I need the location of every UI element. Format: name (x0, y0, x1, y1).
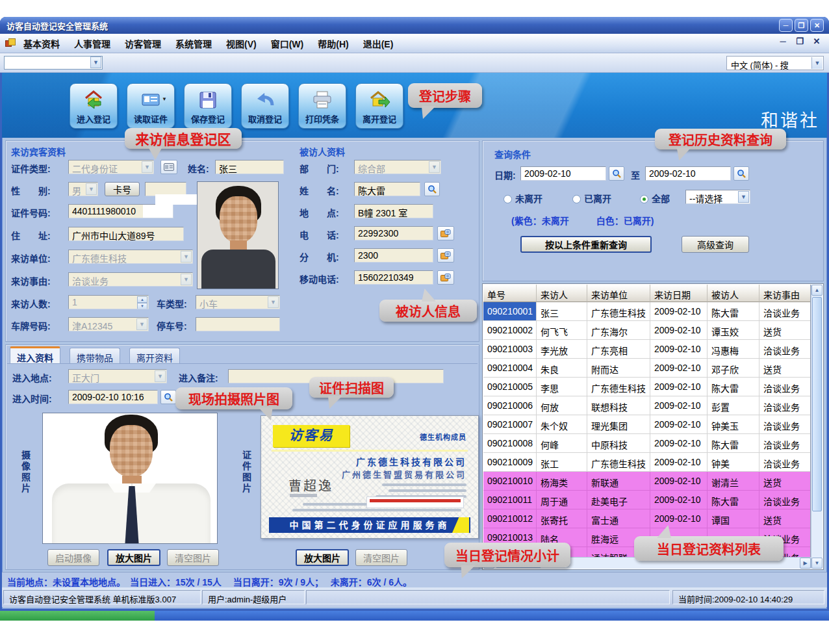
gender-combo[interactable]: 男▼ (68, 182, 98, 196)
visitee-search-button[interactable] (424, 182, 440, 196)
cert-no-field[interactable]: 4401111980010 (68, 204, 173, 218)
table-row[interactable]: 090210007朱个奴理光集团2009-02-10钟美玉洽谈业务 (483, 415, 810, 434)
camera-zoom-button[interactable]: 放大图片 (107, 549, 160, 566)
visitor-name-field[interactable]: 张三 (215, 160, 284, 174)
cancel-register-button[interactable]: 取消登记 (241, 83, 289, 129)
table-row[interactable]: 090210006何放联想科技2009-02-10彭置洽谈业务 (483, 396, 810, 415)
table-row[interactable]: 090210003李光放广东亮相2009-02-10冯惠梅洽谈业务 (483, 340, 810, 359)
card-reader-button[interactable] (160, 160, 177, 174)
toolbar-button-label: 进入登记 (77, 112, 110, 125)
read-cert-button[interactable]: ▼读取证件 (127, 83, 175, 129)
table-row[interactable]: 090210010杨海类新联通2009-02-10谢清兰送货 (483, 472, 810, 491)
requery-button[interactable]: 按以上条件重新查询 (520, 236, 652, 253)
date-to-field[interactable]: 2009-02-10 (645, 166, 731, 181)
toolbar-button-label: 保存登记 (191, 112, 225, 125)
date-from-picker-button[interactable] (609, 166, 624, 181)
menu-item[interactable]: 访客管理 (125, 37, 161, 50)
tab-carried-items[interactable]: 携带物品 (70, 348, 120, 363)
scroll-right-icon[interactable]: ▶ (800, 558, 811, 569)
language-bar[interactable]: 中文 (简体) - 搜 ▼ (726, 56, 824, 70)
ext-dial-button[interactable] (437, 248, 454, 263)
table-column-header[interactable]: 来访事由 (759, 285, 811, 302)
chevron-down-icon[interactable]: ▼ (811, 57, 823, 69)
menu-item[interactable]: 系统管理 (175, 37, 212, 50)
spinner-arrows-icon[interactable]: ▲▼ (137, 296, 147, 308)
close-button[interactable]: ✕ (810, 19, 824, 32)
table-row[interactable]: 090210011周于通赴美电子2009-02-10陈大雷洽谈业务 (483, 491, 810, 509)
table-cell: 朱良 (537, 359, 587, 378)
reason-combo[interactable]: 洽谈业务▼ (68, 272, 193, 287)
card-no-button[interactable]: 卡号 (105, 182, 140, 196)
vehicle-type-combo[interactable]: 小车▼ (196, 295, 280, 309)
filter-select[interactable]: --请选择▼ (685, 190, 750, 204)
address-field[interactable]: 广州市中山大道89号 (68, 227, 184, 241)
menu-item[interactable]: 帮助(H) (318, 37, 348, 50)
print-slip-button[interactable]: 打印凭条 (298, 83, 346, 129)
cert-type-combo[interactable]: 二代身份证▼ (68, 160, 154, 174)
table-column-header[interactable]: 单号 (483, 285, 537, 302)
tab-leave-info[interactable]: 离开资料 (129, 348, 180, 363)
chevron-down-icon[interactable]: ▼ (90, 57, 101, 68)
table-column-header[interactable]: 被访人 (708, 285, 759, 302)
table-row[interactable]: 090210001张三广东德生科技2009-02-10陈大雷洽谈业务 (483, 302, 810, 321)
menu-item[interactable]: 人事管理 (74, 37, 110, 50)
table-cell: 090210005 (483, 378, 537, 396)
leave-house-icon (368, 90, 390, 110)
mdi-restore-button[interactable]: ❐ (794, 36, 806, 46)
mdi-minimize-button[interactable]: ─ (777, 36, 789, 46)
cert-zoom-button[interactable]: 放大图片 (296, 549, 349, 566)
radio-left[interactable]: 已离开 (572, 192, 611, 205)
table-row[interactable]: 090210009张工广东德生科技2009-02-10钟美洽谈业务 (483, 453, 810, 472)
table-cell: 2009-02-10 (650, 396, 708, 415)
menu-item[interactable]: 视图(V) (226, 37, 257, 50)
dropdown-arrow-icon[interactable]: ▼ (162, 96, 167, 102)
cert-clear-button[interactable]: 清空图片 (355, 549, 407, 566)
restore-button[interactable]: ❐ (795, 19, 808, 32)
table-column-header[interactable]: 来访日期 (650, 285, 708, 302)
start-camera-button[interactable]: 启动摄像 (47, 549, 99, 566)
date-from-field[interactable]: 2009-02-10 (520, 166, 606, 181)
leave-register-button[interactable]: 离开登记 (355, 83, 403, 129)
entry-time-field[interactable]: 2009-02-10 10:16 (68, 390, 158, 404)
location-field[interactable]: B幢 2301 室 (354, 204, 433, 218)
company-combo[interactable]: 广东德生科技▼ (68, 250, 193, 264)
parking-field[interactable] (196, 317, 280, 331)
tab-entry-info[interactable]: 进入资料 (10, 346, 60, 363)
plate-combo[interactable]: 津A12345▼ (68, 317, 149, 331)
mobile-dial-button[interactable] (437, 270, 454, 285)
visitee-name-field[interactable]: 陈大雷 (354, 182, 420, 196)
menu-item[interactable]: 退出(E) (363, 37, 394, 50)
menu-item[interactable]: 基本资料 (23, 37, 60, 50)
radio-not-left[interactable]: 未离开 (504, 192, 542, 205)
table-column-header[interactable]: 来访人 (537, 285, 587, 302)
ext-field[interactable]: 2300 (354, 248, 433, 263)
table-row[interactable]: 090210008何峰中原科技2009-02-10陈大雷洽谈业务 (483, 434, 810, 453)
dept-combo[interactable]: 综合部▼ (354, 160, 441, 174)
entry-time-picker-button[interactable] (160, 390, 176, 404)
scroll-down-icon[interactable]: ▼ (811, 558, 823, 569)
phone-field[interactable]: 22992300 (354, 226, 433, 240)
count-stepper[interactable]: 1 ▲▼ (68, 295, 149, 309)
date-to-picker-button[interactable] (733, 166, 749, 181)
table-row[interactable]: 090210004朱良附而达2009-02-10邓子欣送货 (483, 359, 810, 378)
save-register-button[interactable]: 保存登记 (184, 83, 232, 129)
mdi-close-button[interactable]: ✕ (811, 36, 823, 46)
vertical-scrollbar[interactable]: ▲ ▼ (811, 285, 823, 569)
table-column-header[interactable]: 来访单位 (587, 285, 650, 302)
phone-dial-button[interactable] (437, 226, 454, 240)
entry-place-combo[interactable]: 正大门▼ (68, 369, 167, 383)
camera-clear-button[interactable]: 清空图片 (167, 549, 219, 566)
scrollbar-thumb[interactable] (812, 297, 822, 511)
menu-item[interactable]: 窗口(W) (271, 37, 304, 50)
minimize-button[interactable]: ─ (779, 19, 793, 32)
enter-register-button[interactable]: 进入登记 (70, 83, 118, 129)
table-row[interactable]: 090210012张寄托富士通2009-02-10谭国送货 (483, 509, 810, 528)
entry-panel: 进入资料 携带物品 离开资料 进入地点: 正大门▼ 进入备注: 进入时间: 20… (5, 344, 479, 570)
quick-search-combo[interactable]: ▼ (4, 56, 103, 70)
radio-all[interactable]: 全部 (640, 192, 670, 205)
table-row[interactable]: 090210005李思广东德生科技2009-02-10陈大雷洽谈业务 (483, 378, 810, 396)
advanced-query-button[interactable]: 高级查询 (682, 236, 749, 253)
table-cell: 陈大雷 (708, 434, 759, 453)
table-row[interactable]: 090210002何飞飞广东海尔2009-02-10谭玉姣送货 (483, 321, 810, 340)
scroll-up-icon[interactable]: ▲ (811, 285, 823, 296)
